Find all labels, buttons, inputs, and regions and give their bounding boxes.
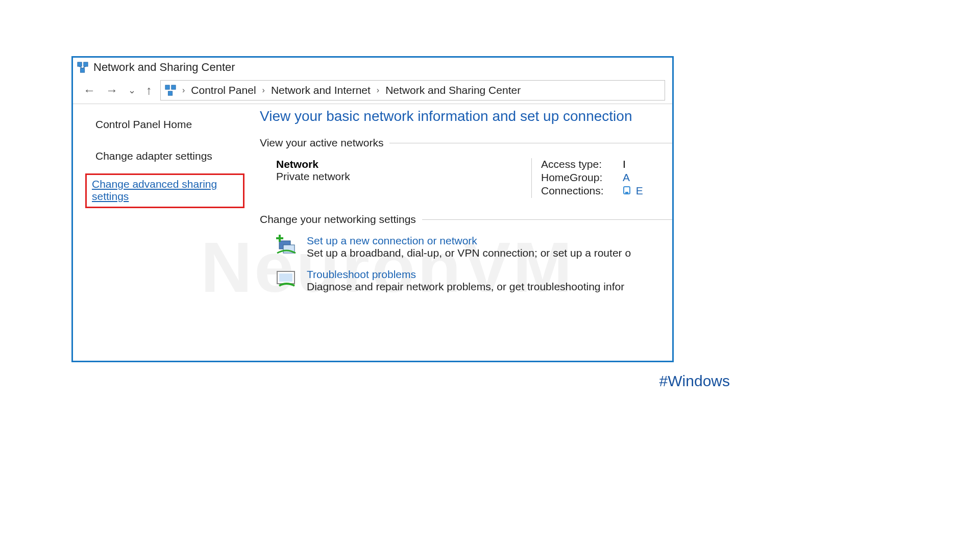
chevron-right-icon: › bbox=[261, 86, 266, 95]
network-center-icon bbox=[77, 62, 88, 73]
troubleshoot-item: Troubleshoot problems Diagnose and repai… bbox=[276, 268, 672, 293]
change-settings-section-title: Change your networking settings bbox=[260, 213, 672, 226]
forward-button[interactable]: → bbox=[106, 84, 118, 96]
change-adapter-settings-link[interactable]: Change adapter settings bbox=[95, 150, 244, 162]
network-row: Network Private network Access type: I H… bbox=[276, 158, 672, 198]
toolbar: ← → ⌄ ↑ › Control Panel › Network and In… bbox=[73, 77, 672, 104]
breadcrumb-item[interactable]: Network and Internet bbox=[271, 84, 371, 96]
section-label: View your active networks bbox=[260, 137, 383, 149]
window-frame: NeuronVM Network and Sharing Center ← → … bbox=[71, 56, 674, 362]
setup-connection-desc: Set up a broadband, dial-up, or VPN conn… bbox=[307, 247, 631, 259]
divider bbox=[422, 219, 672, 220]
homegroup-link[interactable]: A bbox=[623, 171, 630, 184]
svg-line-3 bbox=[80, 66, 83, 68]
breadcrumb-item[interactable]: Control Panel bbox=[191, 84, 256, 96]
svg-rect-6 bbox=[172, 85, 176, 89]
control-panel-home-link[interactable]: Control Panel Home bbox=[95, 118, 244, 131]
content-area: Control Panel Home Change adapter settin… bbox=[73, 104, 672, 361]
history-dropdown[interactable]: ⌄ bbox=[128, 86, 136, 95]
active-networks-section-title: View your active networks bbox=[260, 137, 672, 149]
connection-value: E bbox=[636, 185, 643, 196]
change-advanced-sharing-link[interactable]: Change advanced sharing settings bbox=[92, 178, 217, 202]
page-heading: View your basic network information and … bbox=[260, 108, 672, 124]
svg-rect-0 bbox=[78, 62, 82, 66]
ethernet-icon bbox=[623, 186, 631, 196]
window-title: Network and Sharing Center bbox=[93, 61, 235, 74]
back-button[interactable]: ← bbox=[83, 84, 95, 96]
svg-rect-2 bbox=[80, 68, 84, 72]
nav-arrows: ← → ⌄ ↑ bbox=[80, 84, 154, 96]
connection-link[interactable]: E bbox=[623, 185, 643, 197]
highlighted-box: Change advanced sharing settings bbox=[85, 173, 244, 208]
svg-rect-1 bbox=[84, 62, 88, 66]
access-type-label: Access type: bbox=[541, 158, 607, 170]
breadcrumb-item[interactable]: Network and Sharing Center bbox=[385, 84, 521, 96]
troubleshoot-icon bbox=[276, 268, 298, 290]
svg-line-4 bbox=[83, 66, 86, 68]
chevron-right-icon: › bbox=[376, 86, 380, 95]
address-icon bbox=[165, 85, 176, 96]
troubleshoot-desc: Diagnose and repair network problems, or… bbox=[307, 281, 624, 293]
homegroup-label: HomeGroup: bbox=[541, 171, 607, 184]
setup-connection-item: Set up a new connection or network Set u… bbox=[276, 235, 672, 259]
network-info: Network Private network bbox=[276, 158, 531, 198]
network-type: Private network bbox=[276, 170, 531, 183]
connections-label: Connections: bbox=[541, 185, 607, 197]
svg-rect-14 bbox=[279, 273, 292, 282]
chevron-right-icon: › bbox=[181, 86, 186, 95]
setup-connection-icon bbox=[276, 235, 298, 256]
divider bbox=[389, 143, 672, 143]
hashtag-label: #Windows bbox=[659, 372, 730, 390]
access-type-value: I bbox=[623, 158, 626, 170]
troubleshoot-link[interactable]: Troubleshoot problems bbox=[307, 268, 624, 281]
section-label: Change your networking settings bbox=[260, 213, 416, 226]
network-details: Access type: I HomeGroup: A Connections: bbox=[531, 158, 643, 198]
address-bar[interactable]: › Control Panel › Network and Internet ›… bbox=[160, 80, 665, 101]
network-name: Network bbox=[276, 158, 531, 170]
sidebar: Control Panel Home Change adapter settin… bbox=[73, 104, 257, 361]
svg-rect-5 bbox=[165, 85, 169, 89]
setup-connection-link[interactable]: Set up a new connection or network bbox=[307, 235, 631, 247]
up-button[interactable]: ↑ bbox=[146, 84, 152, 96]
svg-rect-7 bbox=[168, 91, 172, 95]
svg-rect-9 bbox=[625, 192, 628, 194]
main-panel: View your basic network information and … bbox=[257, 104, 672, 361]
title-bar: Network and Sharing Center bbox=[73, 58, 672, 77]
